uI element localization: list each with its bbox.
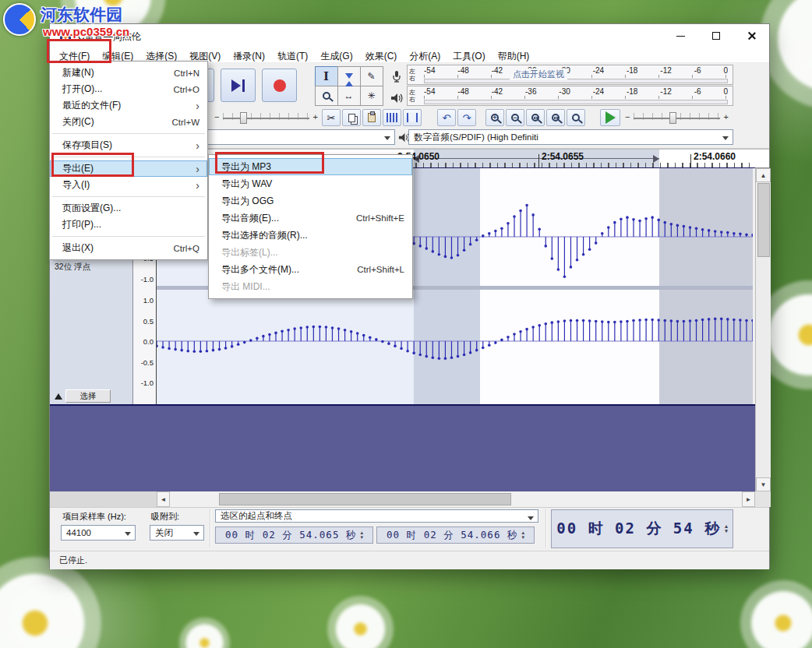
track-select-button[interactable]: 选择 [65, 389, 111, 403]
play-speed-slider[interactable]: − + [624, 109, 729, 126]
snap-to-dropdown[interactable]: 关闭 [150, 525, 204, 541]
menubar-item[interactable]: 帮助(H) [492, 48, 536, 62]
menu-item[interactable]: 导出 MIDI... [209, 278, 412, 295]
horizontal-scroll-thumb[interactable] [219, 493, 511, 505]
sample-rate-dropdown[interactable]: 44100 [61, 525, 136, 541]
skip-to-end-button[interactable] [221, 69, 256, 102]
menu-item[interactable]: 导出选择的音频(R)... [209, 227, 412, 244]
undo-button[interactable]: ↶ [437, 109, 456, 126]
spinner[interactable]: ▴▾ [725, 524, 728, 534]
menu-item[interactable]: 导入(I)› [50, 177, 207, 193]
cut-button[interactable]: ✂ [322, 109, 341, 126]
slider-handle[interactable] [240, 112, 247, 124]
scroll-up-button[interactable]: ▲ [756, 168, 771, 182]
menu-item[interactable]: 新建(N)Ctrl+N [50, 65, 207, 81]
menu-item[interactable]: 保存项目(S)› [50, 137, 207, 153]
menu-item-label: 打开(O)... [62, 83, 102, 96]
playback-device-dropdown[interactable]: 数字音频(S/PDIF) (High Definiti [408, 129, 733, 145]
paste-button[interactable] [362, 109, 381, 126]
spinner[interactable]: ▴▾ [360, 530, 363, 540]
spinner[interactable]: ▴▾ [521, 530, 524, 540]
redo-button[interactable]: ↷ [457, 109, 476, 126]
zoom-tool-button[interactable] [315, 86, 338, 106]
menu-item[interactable]: 导出标签(L)... [209, 244, 412, 261]
meter-scale-number: -42 [492, 87, 503, 96]
zoom-out-icon: − [511, 114, 519, 122]
scroll-left-button[interactable]: ◄ [157, 491, 170, 507]
menubar-item[interactable]: 效果(C) [359, 48, 404, 62]
envelope-tool-button[interactable] [337, 66, 361, 86]
menubar-item[interactable]: 播录(N) [227, 48, 271, 62]
audio-position-value: 00 时 02 分 54 秒 [556, 519, 721, 539]
trim-audio-button[interactable] [383, 109, 401, 126]
menu-item[interactable]: 导出音频(E)...Ctrl+Shift+E [209, 210, 412, 227]
annotation-box-file-menu [47, 39, 111, 63]
close-button[interactable] [734, 24, 770, 48]
playback-volume-slider[interactable]: − + [214, 109, 319, 126]
fit-project-button[interactable] [546, 109, 565, 126]
menubar-item[interactable]: 轨道(T) [271, 48, 314, 62]
copy-button[interactable] [342, 109, 361, 126]
scroll-right-button[interactable]: ► [742, 491, 755, 507]
menu-item-shortcut: Ctrl+N [174, 69, 199, 78]
menubar-item[interactable]: 生成(G) [314, 48, 358, 62]
menubar-item[interactable]: 分析(A) [403, 48, 447, 62]
vertical-scroll-thumb[interactable] [757, 183, 770, 257]
play-at-speed-button[interactable] [600, 109, 620, 126]
menu-item[interactable]: 打印(P)... [50, 217, 207, 233]
menu-item[interactable]: 页面设置(G)... [50, 200, 207, 217]
playback-meter[interactable]: 左右 -54-48-42-36-30-24-18-12-60 [407, 86, 733, 106]
redo-icon: ↷ [463, 112, 471, 124]
vertical-scrollbar[interactable]: ▲ ▼ [755, 168, 771, 491]
play-meter-speaker-button[interactable] [390, 91, 404, 105]
left-arrow-icon: ◄ [161, 496, 167, 503]
selection-end-field[interactable]: 00 时 02 分 54.066 秒 ▴▾ [376, 526, 535, 544]
empty-track-area[interactable] [50, 406, 755, 491]
menu-item[interactable]: 导出为 OGG [209, 192, 412, 210]
plus-label: + [313, 112, 318, 122]
silence-audio-button[interactable] [403, 109, 422, 126]
minimize-button[interactable] [662, 24, 698, 48]
menu-item[interactable]: 关闭(C)Ctrl+W [50, 114, 207, 130]
collapse-triangle-icon[interactable] [55, 393, 62, 400]
multi-tool-button[interactable]: ✳ [360, 86, 383, 106]
menu-item-shortcut: Ctrl+Q [173, 244, 199, 253]
record-button[interactable] [262, 69, 297, 102]
meter-channel-label: 左 [409, 89, 419, 96]
draw-tool-button[interactable]: ✎ [360, 66, 383, 86]
watermark-logo [3, 3, 36, 36]
meter-bar [424, 79, 728, 83]
selection-right-arrow-icon [653, 155, 659, 163]
menubar-item[interactable]: 工具(O) [447, 48, 491, 62]
zoom-in-button[interactable]: + [485, 109, 504, 126]
selection-tool-button[interactable]: I [315, 66, 338, 86]
meter-scale-number: -48 [457, 66, 468, 75]
zoom-toggle-button[interactable] [567, 109, 585, 126]
recording-meter[interactable]: 左右 -54-48-42-36-30-24-18-12-60 点击开始监视 [407, 65, 733, 85]
meter-bar [424, 100, 728, 104]
fit-selection-button[interactable] [526, 109, 545, 126]
meter-scale: -54-48-42-36-30-24-18-12-60 [424, 86, 728, 105]
time-shift-tool-button[interactable]: ↔ [337, 86, 361, 106]
menu-separator [52, 196, 205, 197]
scroll-down-button[interactable]: ▼ [756, 477, 771, 491]
menu-item[interactable]: 最近的文件(F)› [50, 97, 207, 114]
daisy-flower [740, 580, 812, 648]
menu-item[interactable]: 导出为 WAV [209, 175, 412, 192]
maximize-button[interactable] [698, 24, 734, 48]
spin-down-icon: ▾ [360, 535, 363, 540]
meter-scale-number: -48 [457, 87, 468, 96]
zoom-out-button[interactable]: − [506, 109, 524, 126]
slider-line [634, 118, 720, 119]
title-bar[interactable]: C蛋音—周杰伦 [50, 24, 769, 48]
selection-start-field[interactable]: 00 时 02 分 54.065 秒 ▴▾ [215, 526, 373, 544]
slider-handle[interactable] [669, 112, 676, 124]
selection-range-dropdown[interactable]: 选区的起点和终点 [215, 509, 538, 523]
record-meter-mic-button[interactable] [390, 69, 404, 83]
menu-item[interactable]: 导出多个文件(M)...Ctrl+Shift+L [209, 261, 412, 278]
menu-item[interactable]: 退出(X)Ctrl+Q [50, 240, 207, 256]
menu-item[interactable]: 打开(O)...Ctrl+O [50, 81, 207, 97]
audio-position-field[interactable]: 00 时 02 分 54 秒 ▴▾ [551, 509, 733, 548]
monitor-hint-text[interactable]: 点击开始监视 [510, 69, 567, 80]
desktop: { "watermark": {"site_name": "河东软件园", "s… [0, 0, 812, 648]
